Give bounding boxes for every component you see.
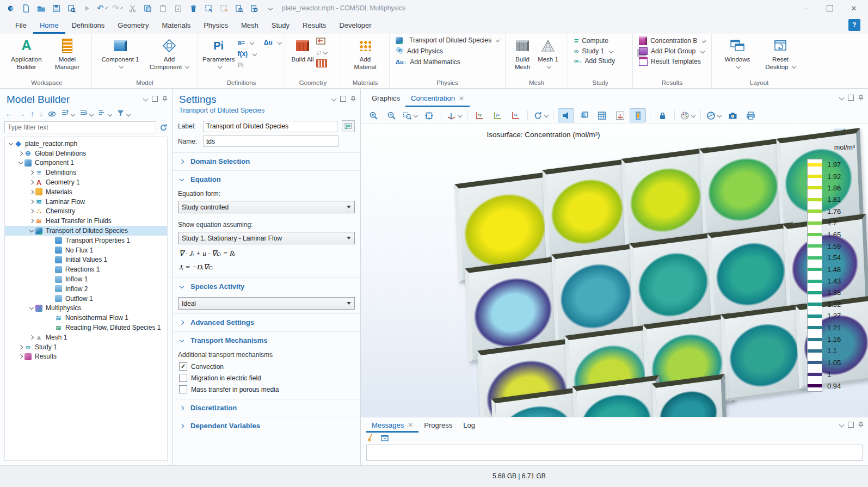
tree-item[interactable]: ≋ Heat Transfer in Fluids xyxy=(5,216,167,226)
variables-button[interactable]: a= Δu xyxy=(235,38,283,47)
component-button[interactable]: Component 1 xyxy=(100,35,141,73)
ribbon-tab[interactable]: Study xyxy=(265,16,296,34)
tree-item[interactable]: Component 1 xyxy=(5,158,167,168)
tree-expander-icon[interactable] xyxy=(28,219,35,223)
copy-icon[interactable] xyxy=(143,3,152,13)
tab-log[interactable]: Log xyxy=(458,417,481,433)
ribbon-tab[interactable]: Mesh xyxy=(235,16,265,34)
section-advanced-settings[interactable]: Advanced Settings xyxy=(173,313,360,328)
tree-item[interactable]: Multiphysics xyxy=(5,304,167,313)
checkbox[interactable]: ✓ xyxy=(179,362,187,371)
scene-light-icon[interactable] xyxy=(558,108,574,122)
find-icon[interactable] xyxy=(234,3,244,13)
section-discretization[interactable]: Discretization xyxy=(173,399,360,413)
close-button[interactable]: ✕ xyxy=(842,0,866,16)
save-icon[interactable] xyxy=(51,3,61,13)
view-xy-icon[interactable]: xy xyxy=(471,108,488,122)
tree-item[interactable]: Results xyxy=(5,352,167,362)
tree-item[interactable]: Inflow 1 xyxy=(5,274,167,284)
undo-icon[interactable]: ↶ xyxy=(97,3,107,13)
tree-item[interactable]: ≋ Laminar Flow xyxy=(5,197,167,207)
close-tab-icon[interactable]: ✕ xyxy=(459,95,464,102)
float-panel-icon[interactable] xyxy=(340,96,346,102)
model-manager-button[interactable]: Model Manager xyxy=(47,35,88,73)
tree-item[interactable]: Transport Properties 1 xyxy=(5,236,167,245)
messages-output[interactable] xyxy=(366,445,863,461)
customize-chevron-icon[interactable] xyxy=(264,3,274,13)
windows-button[interactable]: Windows xyxy=(720,35,755,73)
species-activity-select[interactable]: Ideal xyxy=(178,297,355,310)
section-transport-mechanisms[interactable]: Transport Mechanisms xyxy=(173,331,360,346)
tree-expander-icon[interactable] xyxy=(7,143,15,145)
tree-item[interactable]: Materials xyxy=(5,187,167,197)
tree-expander-icon[interactable] xyxy=(28,230,35,232)
panel-menu-icon[interactable] xyxy=(839,422,845,428)
float-panel-icon[interactable] xyxy=(848,422,854,428)
tree-expander-icon[interactable] xyxy=(17,346,24,349)
maximize-button[interactable] xyxy=(818,0,842,16)
tree-expander-icon[interactable] xyxy=(17,152,24,155)
tree-expander-icon[interactable] xyxy=(28,171,35,174)
move-up-icon[interactable]: ↑ xyxy=(30,109,34,118)
tree-item[interactable]: ≡ Definitions xyxy=(5,168,167,177)
zoom-out-icon[interactable] xyxy=(383,108,399,122)
zoom-extents-icon[interactable] xyxy=(421,108,437,122)
tree-expander-icon[interactable] xyxy=(17,355,24,358)
delete-icon[interactable] xyxy=(188,3,198,13)
physics-interface-selector[interactable]: Transport of Diluted Species xyxy=(393,35,501,45)
animate-icon[interactable] xyxy=(705,108,723,122)
build-all-button[interactable]: Build All xyxy=(289,35,316,65)
section-domain-selection[interactable]: Domain Selection xyxy=(173,152,360,167)
new-file-icon[interactable] xyxy=(21,3,30,13)
tree-item[interactable]: Reactions 1 xyxy=(5,264,167,274)
ribbon-tab[interactable]: Definitions xyxy=(65,16,112,34)
ribbon-tab[interactable]: Materials xyxy=(155,16,197,34)
app-logo-icon[interactable] xyxy=(5,3,15,13)
transport-checkbox-row[interactable]: ✓ Convection xyxy=(173,361,360,372)
equation-form-select[interactable]: Study controlled xyxy=(178,201,355,213)
close-tab-icon[interactable]: ✕ xyxy=(408,421,413,429)
float-panel-icon[interactable] xyxy=(152,96,158,102)
redo-icon[interactable]: ↷ xyxy=(112,3,122,13)
mesh-selector-button[interactable]: Mesh 1 xyxy=(535,35,561,73)
tree-item[interactable]: Outflow 1 xyxy=(5,294,167,304)
panel-menu-icon[interactable] xyxy=(331,96,337,102)
paste-icon[interactable] xyxy=(158,3,168,13)
transport-checkbox-row[interactable]: Mass transfer in porous media xyxy=(173,384,360,395)
transparency-icon[interactable] xyxy=(576,108,592,122)
float-panel-icon[interactable] xyxy=(848,95,854,101)
zoom-box-icon[interactable] xyxy=(401,108,419,122)
section-equation[interactable]: Equation xyxy=(173,170,360,184)
parameter-case-button[interactable]: Pi xyxy=(235,60,283,70)
show-toggle-icon[interactable] xyxy=(48,110,56,118)
tree-item[interactable]: ⊕ Global Definitions xyxy=(5,149,167,158)
tree-expander-icon[interactable] xyxy=(17,162,24,164)
plot-area[interactable]: Isosurface: Concentration (mol/m³) mol/m… xyxy=(361,124,868,417)
go-to-default-view-icon[interactable] xyxy=(445,108,463,122)
ribbon-tab[interactable]: Physics xyxy=(197,16,235,34)
pin-icon[interactable] xyxy=(350,96,356,102)
snapshot-icon[interactable] xyxy=(724,108,741,122)
name-input[interactable] xyxy=(203,135,338,147)
add-mathematics-button[interactable]: Δu↓ Add Mathematics xyxy=(393,57,501,67)
lock-view-icon[interactable] xyxy=(654,108,670,122)
ribbon-tab[interactable]: Developer xyxy=(333,16,378,34)
expand-all-icon[interactable] xyxy=(61,109,75,119)
tree-item[interactable]: ◆ plate_reactor.mph xyxy=(5,139,167,149)
show-axis-icon[interactable] xyxy=(612,108,628,122)
tree-item[interactable]: ∴ Chemistry xyxy=(5,207,167,217)
add-plot-group-button[interactable]: Add Plot Group xyxy=(637,46,707,56)
collapse-all-icon[interactable] xyxy=(79,109,93,119)
color-legend-icon[interactable] xyxy=(630,108,646,122)
ribbon-tab[interactable]: Results xyxy=(296,16,333,34)
help-button[interactable]: ? xyxy=(848,19,860,31)
tree-filter-input[interactable] xyxy=(4,121,156,133)
checkbox[interactable] xyxy=(179,385,187,393)
study-selector-button[interactable]: ∞Study 1 xyxy=(572,46,629,56)
move-down-icon[interactable]: ↓ xyxy=(39,109,43,118)
save-preview-icon[interactable] xyxy=(66,3,76,13)
isosurface-scene[interactable] xyxy=(398,124,824,417)
panel-menu-icon[interactable] xyxy=(143,96,149,102)
print-icon[interactable] xyxy=(742,108,759,122)
label-edit-icon[interactable] xyxy=(342,120,355,132)
